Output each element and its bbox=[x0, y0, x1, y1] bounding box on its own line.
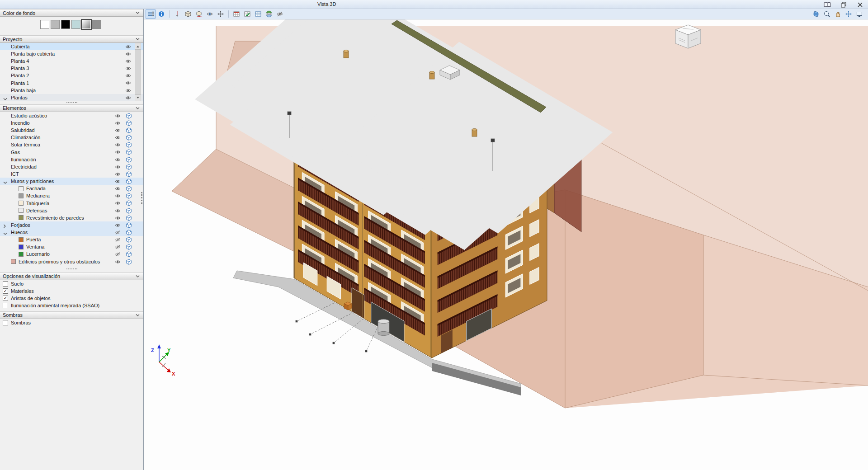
eye-icon[interactable] bbox=[115, 194, 121, 199]
viewport-3d[interactable]: Z Y X bbox=[144, 19, 868, 470]
model-cube-icon[interactable] bbox=[126, 157, 132, 164]
model-cube-icon[interactable] bbox=[126, 244, 132, 251]
tree-item-ventana[interactable]: Ventana bbox=[0, 243, 143, 250]
tree-item-salubridad[interactable]: Salubridad bbox=[0, 127, 143, 134]
tree-item-planta-4[interactable]: Planta 4 bbox=[0, 57, 143, 65]
model-cube-icon[interactable] bbox=[126, 230, 132, 236]
view-eye-button[interactable] bbox=[205, 9, 215, 19]
restore-window-icon[interactable] bbox=[839, 1, 848, 8]
eye-icon[interactable] bbox=[115, 216, 121, 221]
orbit-view-button[interactable] bbox=[811, 9, 821, 19]
eye-icon[interactable] bbox=[115, 201, 121, 207]
solid-view-button[interactable] bbox=[183, 9, 193, 19]
model-cube-icon[interactable] bbox=[126, 171, 132, 178]
checkbox[interactable] bbox=[3, 303, 8, 308]
tree-item-estudio-acustico[interactable]: Estudio acústico bbox=[0, 112, 143, 119]
checkbox[interactable]: ✓ bbox=[3, 288, 8, 294]
layers-button[interactable] bbox=[264, 9, 274, 19]
section-header-sombras[interactable]: Sombras bbox=[0, 311, 143, 319]
option-ssao[interactable]: Iluminación ambiental mejorada (SSAO) bbox=[0, 302, 143, 309]
tree-item-planta-1[interactable]: Planta 1 bbox=[0, 79, 143, 86]
tree-item-incendio[interactable]: Incendio bbox=[0, 119, 143, 127]
scrollbar[interactable] bbox=[135, 43, 141, 101]
tree-item-planta-baja[interactable]: Planta baja bbox=[0, 87, 143, 94]
eye-icon[interactable] bbox=[125, 52, 131, 57]
tree-group-forjados[interactable]: Forjados bbox=[0, 221, 143, 229]
eye-icon[interactable] bbox=[115, 165, 121, 170]
pan-arrows-button[interactable] bbox=[844, 9, 854, 19]
eye-icon[interactable] bbox=[125, 96, 131, 101]
model-cube-icon[interactable] bbox=[126, 215, 132, 222]
model-cube-icon[interactable] bbox=[126, 142, 132, 149]
tree-item-planta-bajo-cubierta[interactable]: Planta bajo cubierta bbox=[0, 50, 143, 57]
eye-icon[interactable] bbox=[115, 128, 121, 134]
check-table-button[interactable] bbox=[242, 9, 252, 19]
model-cube-icon[interactable] bbox=[126, 179, 132, 185]
eye-icon[interactable] bbox=[115, 150, 121, 155]
model-cube-icon[interactable] bbox=[126, 200, 132, 207]
move-model-button[interactable] bbox=[216, 9, 226, 19]
section-header-proyecto[interactable]: Proyecto bbox=[0, 35, 143, 43]
section-header-color-de-fondo[interactable]: Color de fondo bbox=[0, 9, 143, 17]
eye-icon[interactable] bbox=[115, 187, 121, 192]
model-cube-icon[interactable] bbox=[126, 259, 132, 266]
section-header-opciones[interactable]: Opciones de visualización bbox=[0, 273, 143, 280]
tree-item-planta-3[interactable]: Planta 3 bbox=[0, 65, 143, 72]
model-cube-icon[interactable] bbox=[126, 113, 132, 120]
panel-splitter[interactable] bbox=[0, 265, 143, 273]
plumb-reference-button[interactable] bbox=[172, 9, 182, 19]
eye-icon[interactable] bbox=[115, 121, 121, 127]
model-cube-icon[interactable] bbox=[126, 251, 132, 258]
model-cube-icon[interactable] bbox=[126, 208, 132, 215]
bg-swatch-black[interactable] bbox=[61, 20, 70, 29]
model-cube-icon[interactable] bbox=[126, 135, 132, 141]
tree-item-gas[interactable]: Gas bbox=[0, 148, 143, 155]
tree-item-tabiqueria[interactable]: Tabiquería bbox=[0, 199, 143, 207]
hide-elements-button[interactable] bbox=[275, 9, 285, 19]
eye-icon[interactable] bbox=[115, 260, 121, 265]
eye-icon[interactable] bbox=[125, 81, 131, 86]
tree-item-fachada[interactable]: Fachada bbox=[0, 185, 143, 192]
rotate-solid-button[interactable] bbox=[194, 9, 204, 19]
eye-icon[interactable] bbox=[125, 45, 131, 50]
tree-item-defensas[interactable]: Defensas bbox=[0, 207, 143, 214]
eye-icon[interactable] bbox=[115, 136, 121, 141]
chevron-down-icon[interactable] bbox=[3, 96, 7, 102]
option-aristas[interactable]: ✓Aristas de objetos bbox=[0, 295, 143, 302]
tree-item-cubierta[interactable]: Cubierta bbox=[0, 43, 143, 50]
fit-window-button[interactable] bbox=[854, 9, 864, 19]
close-icon[interactable] bbox=[855, 1, 864, 8]
eye-icon[interactable] bbox=[115, 172, 121, 178]
checkbox[interactable]: ✓ bbox=[3, 296, 8, 301]
zoom-magnifier-button[interactable] bbox=[822, 9, 832, 19]
tree-item-ict[interactable]: ICT bbox=[0, 170, 143, 178]
eye-icon[interactable] bbox=[125, 89, 131, 94]
report-table-button[interactable] bbox=[231, 9, 241, 19]
3d-scene[interactable]: Z Y X bbox=[144, 19, 868, 470]
pan-hand-button[interactable] bbox=[833, 9, 843, 19]
model-cube-icon[interactable] bbox=[126, 127, 132, 134]
info-button[interactable] bbox=[156, 9, 166, 19]
model-cube-icon[interactable] bbox=[126, 186, 132, 193]
cylinder-tank[interactable] bbox=[378, 320, 389, 336]
roof-windows[interactable] bbox=[319, 62, 485, 172]
checkbox[interactable] bbox=[3, 320, 8, 325]
checkbox[interactable] bbox=[3, 281, 8, 287]
section-header-elementos[interactable]: Elementos bbox=[0, 104, 143, 112]
eye-icon[interactable] bbox=[115, 143, 121, 148]
tree-item-climatizacion[interactable]: Climatización bbox=[0, 134, 143, 141]
bg-swatch-light-gray[interactable] bbox=[51, 20, 60, 29]
eye-icon[interactable] bbox=[115, 179, 121, 185]
tree-item-edificios-proximos[interactable]: Edificios próximos y otros obstáculos bbox=[0, 258, 143, 265]
scroll-thumb[interactable] bbox=[135, 49, 141, 95]
eye-hidden-icon[interactable] bbox=[115, 252, 121, 258]
bg-swatch-dark-gray[interactable] bbox=[92, 20, 101, 29]
eye-hidden-icon[interactable] bbox=[115, 238, 121, 243]
bg-swatch-white[interactable] bbox=[40, 20, 49, 29]
tree-group-huecos[interactable]: Huecos bbox=[0, 229, 143, 236]
eye-hidden-icon[interactable] bbox=[115, 245, 121, 250]
tree-item-electricidad[interactable]: Electricidad bbox=[0, 163, 143, 170]
spreadsheet-button[interactable] bbox=[253, 9, 263, 19]
panel-resize-grip[interactable] bbox=[141, 192, 143, 204]
eye-icon[interactable] bbox=[115, 209, 121, 214]
